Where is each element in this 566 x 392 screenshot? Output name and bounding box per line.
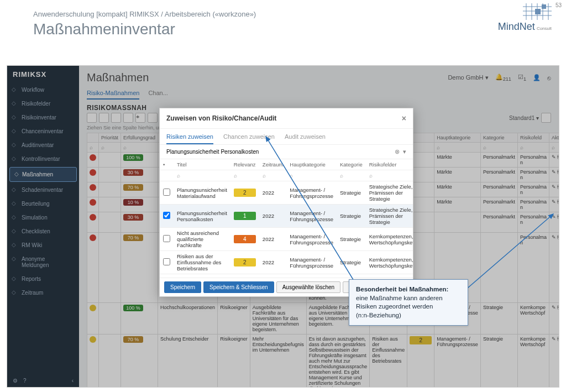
nav-icon: ◇ xyxy=(12,200,18,207)
row-actions[interactable]: ✎ ⎘ 🏷 xyxy=(552,199,559,205)
app-frame: RIMIKSX ◇Workflow◇Risikofelder◇Risikoinv… xyxy=(7,65,559,388)
main-title: Maßnahmen xyxy=(87,71,448,84)
close-icon[interactable]: × xyxy=(402,114,406,123)
status-dot xyxy=(90,184,96,191)
nav-icon: ◇ xyxy=(14,171,21,177)
fulfillment-badge: 70 % xyxy=(123,184,143,191)
col-header[interactable]: Risikofelder xyxy=(366,159,413,170)
row-actions[interactable]: ✎ ⎘ 🏷 xyxy=(552,305,559,310)
settings-icon[interactable]: ⚙ xyxy=(13,378,18,384)
search-icon[interactable] xyxy=(340,173,343,179)
layout-dropdown[interactable]: Standard1 ▾ xyxy=(509,115,539,121)
search-icon[interactable] xyxy=(483,145,486,150)
col-header[interactable]: Zeitraum xyxy=(259,159,286,170)
nav-icon: ◇ xyxy=(12,128,18,134)
sidebar-item-simulation[interactable]: ◇Simulation xyxy=(7,211,79,224)
search-icon[interactable] xyxy=(177,173,180,179)
tasks-icon[interactable]: ☑1 xyxy=(518,74,526,82)
tab[interactable]: Chan... xyxy=(148,90,167,100)
toolbar-btn[interactable] xyxy=(148,113,158,123)
modal-tab[interactable]: Chancen zuweisen xyxy=(223,133,275,144)
search-icon[interactable] xyxy=(263,173,266,179)
row-actions[interactable]: ✎ ⎘ 🏷 xyxy=(552,214,559,219)
table-row[interactable]: 100 %HochschulkooperationenRisikoeignerA… xyxy=(87,303,560,334)
clear-icon[interactable]: ⊗ xyxy=(395,148,400,155)
sidebar-item-checklisten[interactable]: ◇Checklisten xyxy=(7,224,79,238)
tenant-dropdown[interactable]: Demo GmbH ▾ xyxy=(448,74,488,81)
toolbar-btn[interactable] xyxy=(541,113,551,123)
toolbar-btn[interactable]: + xyxy=(135,113,145,123)
row-actions[interactable]: ✎ ⎘ 🏷 xyxy=(552,154,559,160)
search-icon[interactable] xyxy=(437,145,440,150)
toolbar-btn[interactable] xyxy=(111,113,121,123)
col-header[interactable]: Aktionen xyxy=(549,133,559,143)
modal-row[interactable]: Nicht ausreichend qualifizierte Fachkräf… xyxy=(160,228,413,251)
svg-rect-9 xyxy=(542,4,546,9)
col-header[interactable]: Hauptkategorie xyxy=(286,159,337,170)
row-actions[interactable]: ✎ ⎘ 🏷 xyxy=(552,184,559,190)
col-header[interactable]: Priorität xyxy=(99,133,121,143)
sidebar-item-schadeninventar[interactable]: ◇Schadeninventar xyxy=(7,183,79,197)
tab[interactable]: Risiko-Maßnahmen xyxy=(87,90,139,100)
col-header[interactable]: Risikofeld xyxy=(517,133,549,143)
sidebar-item-rm-wiki[interactable]: ◇RM Wiki xyxy=(7,238,79,252)
sidebar-item-reports[interactable]: ◇Reports xyxy=(7,272,79,286)
col-header[interactable]: Erfüllungsgrad xyxy=(121,133,158,143)
status-dot xyxy=(90,305,96,311)
modal-tab[interactable]: Risiken zuweisen xyxy=(166,133,213,144)
col-header[interactable] xyxy=(87,133,99,143)
modal-row[interactable]: Planungsunsicherheit Materialaufwand2202… xyxy=(160,181,413,205)
col-header[interactable]: Relevanz xyxy=(230,159,259,170)
nav-icon: ◇ xyxy=(12,86,18,93)
bell-icon[interactable]: 🔔211 xyxy=(495,74,511,82)
logout-icon[interactable]: ⎋ xyxy=(547,75,551,81)
toolbar-btn[interactable] xyxy=(87,113,97,123)
nav-icon: ◇ xyxy=(12,228,18,234)
toolbar-btn[interactable] xyxy=(123,113,133,123)
search-icon[interactable] xyxy=(520,145,523,150)
search-icon[interactable] xyxy=(552,145,555,150)
save-button[interactable]: Speichern xyxy=(164,281,201,293)
modal-row[interactable]: Risiken aus der Einflussnahme des Betrie… xyxy=(160,251,413,274)
sidebar-item-beurteilung[interactable]: ◇Beurteilung xyxy=(7,197,79,211)
delete-selected-button[interactable]: Ausgewählte löschen xyxy=(276,281,341,293)
search-icon[interactable] xyxy=(369,173,373,179)
sidebar-item-chanceninventar[interactable]: ◇Chanceninventar xyxy=(7,124,79,138)
row-actions[interactable]: ✎ ⎘ 🏷 xyxy=(552,336,559,342)
nav-icon: ◇ xyxy=(12,155,18,162)
col-header[interactable]: Hauptkategorie xyxy=(434,133,481,143)
row-checkbox[interactable] xyxy=(163,258,170,265)
search-icon[interactable] xyxy=(90,145,93,150)
col-header[interactable]: Kategorie xyxy=(337,159,366,170)
user-icon[interactable]: 👤 xyxy=(533,74,541,81)
table-row[interactable]: 70 %Schulung EntscheiderRisikoeignerMehr… xyxy=(87,334,560,388)
row-checkbox[interactable] xyxy=(163,189,170,196)
row-checkbox[interactable] xyxy=(163,235,170,242)
sidebar-item-anonyme-meldungen[interactable]: ◇Anonyme Meldungen xyxy=(7,252,79,272)
fulfillment-badge: 70 % xyxy=(123,336,143,343)
modal-tab[interactable]: Audit zuweisen xyxy=(285,133,326,144)
sidebar-item-ma-nahmen[interactable]: ◇Maßnahmen xyxy=(9,167,77,182)
sidebar-item-risikofelder[interactable]: ◇Risikofelder xyxy=(7,97,79,111)
help-icon[interactable]: ? xyxy=(23,378,27,384)
col-header[interactable]: Titel xyxy=(174,159,230,170)
col-header[interactable]: Kategorie xyxy=(480,133,517,143)
row-checkbox[interactable] xyxy=(163,212,170,219)
collapse-icon[interactable]: ‹ xyxy=(72,378,74,384)
sidebar-item-risikoinventar[interactable]: ◇Risikoinventar xyxy=(7,111,79,124)
save-close-button[interactable]: Speichern & Schliessen xyxy=(203,281,274,293)
search-icon[interactable] xyxy=(290,173,293,179)
toolbar-btn[interactable] xyxy=(99,113,109,123)
search-icon[interactable] xyxy=(101,145,104,150)
row-actions[interactable]: ✎ ⎘ 🏷 xyxy=(552,234,559,240)
search-icon[interactable] xyxy=(234,173,237,179)
sidebar-item-auditinventar[interactable]: ◇Auditinventar xyxy=(7,138,79,152)
sidebar-item-zeitraum[interactable]: ◇Zeitraum xyxy=(7,286,79,300)
sidebar-item-kontrollinventar[interactable]: ◇Kontrollinventar xyxy=(7,152,79,166)
row-actions[interactable]: ✎ ⎘ 🏷 xyxy=(552,169,559,175)
sidebar-item-workflow[interactable]: ◇Workflow xyxy=(7,83,79,97)
dropdown-icon[interactable]: ▾ xyxy=(403,148,406,155)
modal-search-input[interactable] xyxy=(166,149,395,155)
search-icon[interactable] xyxy=(123,145,127,150)
modal-row[interactable]: Planungsunsicherheit Personalkosten12022… xyxy=(160,205,413,228)
